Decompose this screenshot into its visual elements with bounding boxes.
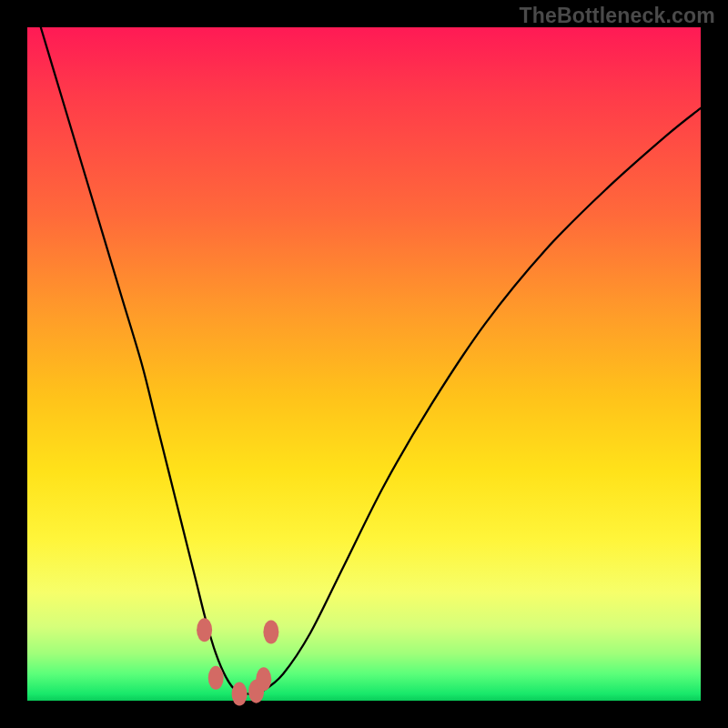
marker-dot-2 (232, 682, 248, 706)
marker-dot-4 (256, 667, 271, 691)
curve-layer (27, 27, 701, 701)
watermark-text: TheBottleneck.com (519, 4, 715, 28)
marker-dot-5 (263, 621, 278, 644)
marker-dot-1 (208, 666, 224, 690)
chart-frame: TheBottleneck.com (0, 0, 728, 728)
bottleneck-curve (41, 27, 701, 694)
marker-dot-0 (197, 618, 212, 642)
plot-area (27, 27, 701, 701)
curve-markers (197, 618, 278, 705)
